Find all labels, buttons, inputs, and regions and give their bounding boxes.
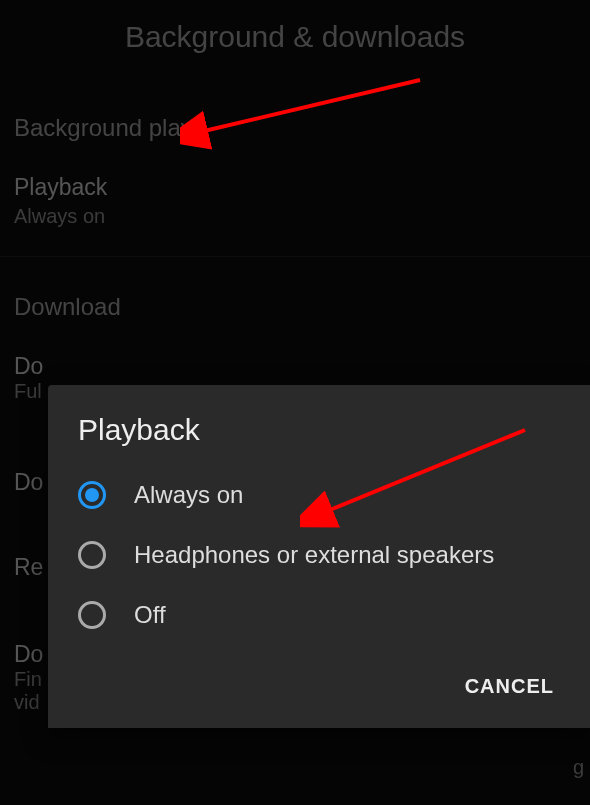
section-header-background-play: Background play [0,78,590,156]
dialog-title: Playback [48,413,590,465]
radio-option-headphones[interactable]: Headphones or external speakers [48,525,590,585]
download-item-1-label: Do [14,353,576,380]
radio-icon [78,601,106,629]
playback-dialog: Playback Always on Headphones or externa… [48,385,590,728]
radio-label: Off [134,600,166,630]
section-header-download: Download [0,257,590,335]
playback-label: Playback [14,174,576,201]
radio-label: Headphones or external speakers [134,540,494,570]
download-item-4-suffix: g [573,756,584,779]
page-title: Background & downloads [0,0,590,78]
dialog-actions: CANCEL [48,657,590,728]
playback-value: Always on [14,205,576,228]
radio-label: Always on [134,480,243,510]
playback-setting[interactable]: Playback Always on [0,156,590,246]
radio-group: Always on Headphones or external speaker… [48,465,590,657]
radio-icon [78,481,106,509]
radio-option-off[interactable]: Off [48,585,590,645]
radio-option-always-on[interactable]: Always on [48,465,590,525]
cancel-button[interactable]: CANCEL [453,667,566,706]
radio-icon [78,541,106,569]
